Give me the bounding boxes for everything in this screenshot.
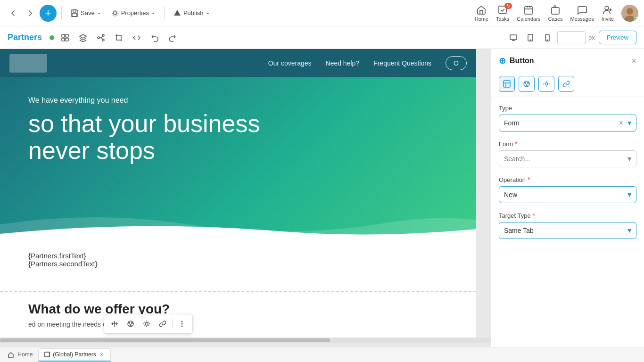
ft-separator bbox=[172, 319, 173, 329]
operation-field-label: Operation * bbox=[499, 176, 636, 183]
hero-sub-text: We have everything you need bbox=[28, 96, 448, 105]
ft-more-icon[interactable] bbox=[175, 317, 189, 330]
svg-point-27 bbox=[130, 325, 131, 326]
tab-global-partners[interactable]: (Global) Partners × bbox=[38, 348, 111, 362]
form-field-label: Form * bbox=[499, 140, 636, 148]
tab-home[interactable]: Home bbox=[4, 349, 36, 360]
redo-icon[interactable] bbox=[165, 31, 180, 45]
panel-tab-link[interactable] bbox=[558, 76, 574, 92]
panel-body: Type Form × ▼ Form * ▼ bbox=[491, 97, 644, 347]
publish-button[interactable]: Publish bbox=[169, 7, 214, 19]
operation-required-marker: * bbox=[528, 176, 530, 183]
hero-nav-cta-button[interactable]: O bbox=[446, 56, 467, 70]
nav-cases[interactable]: Cases bbox=[548, 5, 562, 22]
svg-point-29 bbox=[182, 321, 183, 322]
nav-link-help[interactable]: Need help? bbox=[326, 59, 360, 67]
offer-section: What do we offer you? ed on meeting the … bbox=[0, 291, 476, 337]
section-sub: ed on meeting the needs of your business bbox=[28, 321, 448, 328]
target-type-select-wrapper: Same Tab ▼ bbox=[499, 222, 636, 239]
forward-icon[interactable] bbox=[23, 6, 38, 21]
ft-link-icon[interactable] bbox=[156, 317, 169, 330]
avatar[interactable] bbox=[621, 5, 638, 22]
online-status-dot bbox=[634, 17, 637, 21]
properties-button[interactable]: Properties bbox=[107, 7, 159, 19]
nav-calendars[interactable]: Calendars bbox=[517, 5, 540, 22]
svg-rect-12 bbox=[62, 34, 65, 37]
nav-link-faq[interactable]: Frequent Questions bbox=[373, 59, 431, 67]
svg-point-35 bbox=[528, 82, 528, 83]
type-field-label: Type bbox=[499, 105, 636, 112]
canvas-inner: Our coverages Need help? Frequent Questi… bbox=[0, 49, 476, 337]
nav-home[interactable]: Home bbox=[475, 5, 488, 22]
desktop-view-icon[interactable] bbox=[506, 31, 520, 45]
canvas-area[interactable]: Our coverages Need help? Frequent Questi… bbox=[0, 49, 491, 347]
type-select[interactable]: Form bbox=[499, 115, 636, 132]
svg-point-8 bbox=[605, 6, 609, 10]
svg-rect-13 bbox=[66, 34, 68, 37]
ft-palette-icon[interactable] bbox=[124, 317, 137, 330]
save-button[interactable]: Save bbox=[66, 7, 105, 19]
type-field-group: Type Form × ▼ bbox=[499, 105, 636, 132]
code-icon[interactable] bbox=[130, 31, 144, 45]
operation-select[interactable]: New bbox=[499, 186, 636, 203]
svg-point-28 bbox=[145, 322, 148, 325]
ft-move-icon[interactable] bbox=[108, 317, 121, 330]
template-vars-text: {Partners.firstText} {Partners.secondTex… bbox=[28, 252, 448, 268]
form-search-wrapper: ▼ bbox=[499, 150, 636, 167]
panel-close-button[interactable]: × bbox=[631, 56, 636, 66]
target-type-field-group: Target Type * Same Tab ▼ bbox=[499, 212, 636, 239]
layers-icon[interactable] bbox=[76, 31, 90, 45]
crop-icon[interactable] bbox=[112, 31, 126, 45]
horizontal-scrollbar[interactable] bbox=[0, 337, 491, 343]
svg-point-26 bbox=[132, 322, 132, 323]
page-title: Partners bbox=[8, 33, 42, 42]
mobile-view-icon[interactable] bbox=[540, 31, 554, 45]
preview-button[interactable]: Preview bbox=[599, 31, 636, 44]
tablet-view-icon[interactable] bbox=[523, 31, 537, 45]
nav-invite[interactable]: Invite bbox=[602, 5, 614, 22]
nav-right-area: Home 9 Tasks Calendars Cases Messages In… bbox=[475, 5, 638, 22]
hero-nav-links: Our coverages Need help? Frequent Questi… bbox=[268, 56, 467, 70]
grid-view-icon[interactable] bbox=[58, 31, 72, 45]
svg-point-30 bbox=[182, 323, 183, 325]
nav-separator-2 bbox=[164, 6, 165, 20]
svg-rect-19 bbox=[510, 35, 517, 40]
content-section: {Partners.firstText} {Partners.secondTex… bbox=[0, 238, 476, 291]
panel-tab-settings[interactable] bbox=[538, 76, 554, 92]
panel-add-icon: ⊕ bbox=[499, 56, 506, 66]
width-control: 1400 px bbox=[506, 31, 595, 45]
panel-tab-palette[interactable] bbox=[519, 76, 535, 92]
bottom-tabs-bar: Home (Global) Partners × bbox=[0, 347, 644, 362]
type-clear-button[interactable]: × bbox=[619, 119, 623, 127]
form-search-input[interactable] bbox=[499, 150, 636, 167]
panel-header: ⊕ Button × bbox=[491, 49, 644, 71]
panel-title-text: Button bbox=[510, 57, 534, 65]
undo-icon[interactable] bbox=[148, 31, 162, 45]
svg-point-37 bbox=[545, 83, 548, 85]
back-icon[interactable] bbox=[6, 6, 21, 21]
width-input[interactable]: 1400 bbox=[557, 31, 586, 44]
svg-point-34 bbox=[525, 82, 526, 83]
target-type-select[interactable]: Same Tab bbox=[499, 222, 636, 239]
svg-point-16 bbox=[98, 37, 99, 39]
tab-label: (Global) Partners bbox=[53, 351, 96, 358]
operation-field-group: Operation * New ▼ bbox=[499, 176, 636, 203]
nav-tasks[interactable]: 9 Tasks bbox=[496, 5, 509, 22]
svg-point-31 bbox=[182, 326, 183, 327]
add-button[interactable]: + bbox=[40, 5, 57, 22]
top-navigation: + Save Properties Publish Home 9 Tasks C… bbox=[0, 0, 644, 26]
form-field-group: Form * ▼ bbox=[499, 140, 636, 167]
flow-icon[interactable] bbox=[94, 31, 108, 45]
nav-messages[interactable]: Messages bbox=[570, 5, 594, 22]
svg-rect-14 bbox=[62, 38, 65, 41]
svg-rect-1 bbox=[73, 10, 76, 12]
nav-separator-1 bbox=[61, 6, 62, 20]
tab-close-button[interactable]: × bbox=[99, 351, 105, 358]
panel-tab-layout[interactable] bbox=[499, 76, 515, 92]
ft-settings-icon[interactable] bbox=[140, 317, 153, 330]
type-select-wrapper: Form × ▼ bbox=[499, 115, 636, 132]
panel-tabs bbox=[491, 71, 644, 97]
nav-link-coverages[interactable]: Our coverages bbox=[268, 59, 312, 67]
svg-point-23 bbox=[547, 40, 548, 41]
svg-point-3 bbox=[114, 12, 116, 15]
